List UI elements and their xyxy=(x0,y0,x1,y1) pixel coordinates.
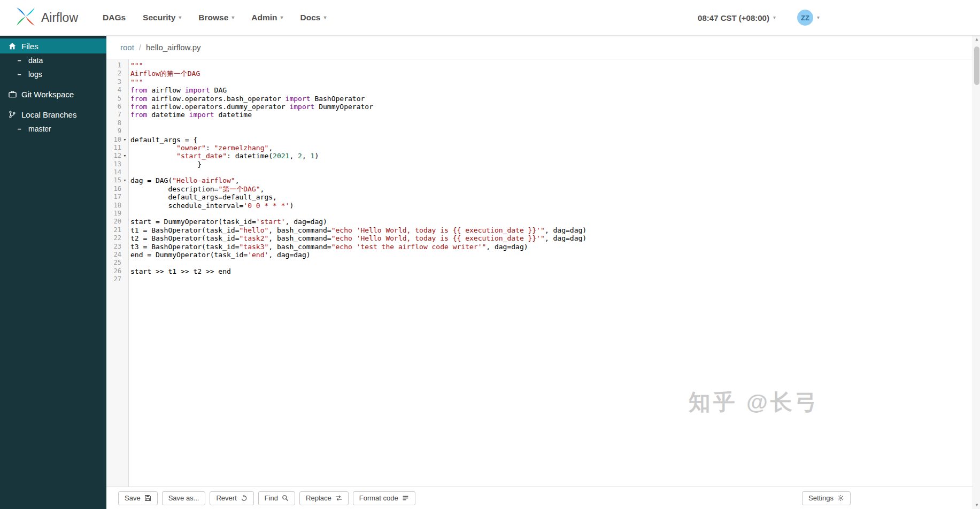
vertical-scrollbar[interactable]: ▲ ▼ xyxy=(973,36,980,509)
nav-item-docs[interactable]: Docs▾ xyxy=(300,13,327,22)
fold-gutter xyxy=(121,61,128,70)
line-number: 9 xyxy=(106,127,121,135)
chevron-down-icon: ▾ xyxy=(773,15,776,20)
code-line-16[interactable]: 16 description="第一个DAG", xyxy=(106,185,973,193)
dash-icon xyxy=(15,72,24,78)
code-line-1[interactable]: 1""" xyxy=(106,61,973,70)
airflow-brand[interactable]: Airflow xyxy=(0,6,78,29)
code-line-4[interactable]: 4from airflow import DAG xyxy=(106,86,973,94)
breadcrumb-root[interactable]: root xyxy=(120,43,134,52)
code-line-3[interactable]: 3""" xyxy=(106,78,973,86)
code-text: """ xyxy=(128,78,143,86)
code-text: from airflow import DAG xyxy=(128,86,227,94)
fold-toggle-icon[interactable]: ▾ xyxy=(121,136,128,144)
code-line-12[interactable]: 12▾ "start_date": datetime(2021, 2, 1) xyxy=(106,152,973,160)
nav-item-label: Docs xyxy=(300,13,321,22)
settings-icon xyxy=(837,495,844,502)
code-text: """ xyxy=(128,61,143,70)
sidebar-item-label: master xyxy=(28,125,51,133)
code-line-7[interactable]: 7from datetime import datetime xyxy=(106,111,973,119)
code-line-17[interactable]: 17 default_args=default_args, xyxy=(106,193,973,201)
format-code-button[interactable]: Format code xyxy=(353,491,415,505)
nav-item-admin[interactable]: Admin▾ xyxy=(251,13,283,22)
save-button[interactable]: Save xyxy=(118,491,158,505)
fold-gutter xyxy=(121,275,128,283)
code-line-9[interactable]: 9 xyxy=(106,127,973,135)
code-line-2[interactable]: 2Airflow的第一个DAG xyxy=(106,70,973,78)
line-number: 4 xyxy=(106,86,121,94)
code-line-15[interactable]: 15▾dag = DAG("Hello-airflow", xyxy=(106,176,973,184)
code-line-11[interactable]: 11 "owner": "zermelzhang", xyxy=(106,144,973,152)
find-button[interactable]: Find xyxy=(258,491,295,505)
code-text: start >> t1 >> t2 >> end xyxy=(128,267,231,275)
scrollbar-thumb[interactable] xyxy=(974,47,979,85)
line-number: 23 xyxy=(106,243,121,251)
code-line-23[interactable]: 23t3 = BashOperator(task_id="task3", bas… xyxy=(106,243,973,251)
fold-gutter xyxy=(121,251,128,259)
code-editor[interactable]: 1"""2Airflow的第一个DAG3"""4from airflow imp… xyxy=(106,59,973,487)
clock-label: 08:47 CST (+08:00) xyxy=(698,13,769,22)
nav-item-browse[interactable]: Browse▾ xyxy=(198,13,234,22)
fold-gutter xyxy=(121,234,128,242)
code-line-21[interactable]: 21t1 = BashOperator(task_id="hello", bas… xyxy=(106,226,973,234)
scroll-down-icon[interactable]: ▼ xyxy=(973,502,980,509)
code-text: default_args=default_args, xyxy=(128,193,277,201)
code-text xyxy=(128,210,130,218)
code-text xyxy=(128,259,130,267)
sidebar-item-git-workspace[interactable]: Git Workspace xyxy=(0,87,106,102)
chevron-down-icon: ▾ xyxy=(281,15,283,20)
fold-toggle-icon[interactable]: ▾ xyxy=(121,152,128,160)
revert-button[interactable]: Revert xyxy=(210,491,253,505)
nav-item-dags[interactable]: DAGs xyxy=(103,13,126,22)
code-text: default_args = { xyxy=(128,136,197,144)
sidebar-item-label: Git Workspace xyxy=(21,90,74,99)
code-line-19[interactable]: 19 xyxy=(106,210,973,218)
brand-name: Airflow xyxy=(41,11,78,25)
code-line-22[interactable]: 22t2 = BashOperator(task_id="task2", bas… xyxy=(106,234,973,242)
fold-gutter xyxy=(121,111,128,119)
code-line-20[interactable]: 20start = DummyOperator(task_id='start',… xyxy=(106,218,973,226)
code-text xyxy=(128,119,130,127)
workspace-icon xyxy=(8,90,17,98)
sidebar-item-label: logs xyxy=(28,70,42,79)
breadcrumb-file: hello_airflow.py xyxy=(146,43,201,52)
code-line-8[interactable]: 8 xyxy=(106,119,973,127)
save-as-button[interactable]: Save as... xyxy=(162,491,206,505)
line-number: 24 xyxy=(106,251,121,259)
clock-menu[interactable]: 08:47 CST (+08:00) ▾ xyxy=(698,13,776,22)
code-line-14[interactable]: 14 xyxy=(106,168,973,176)
code-line-6[interactable]: 6from airflow.operators.dummy_operator i… xyxy=(106,103,973,111)
button-label: Save xyxy=(125,494,141,502)
nav-item-label: Browse xyxy=(198,13,228,22)
user-menu[interactable]: ZZ ▾ xyxy=(797,10,820,26)
code-text: t1 = BashOperator(task_id="hello", bash_… xyxy=(128,226,587,234)
line-number: 6 xyxy=(106,103,121,111)
code-line-18[interactable]: 18 schedule_interval='0 0 * * *') xyxy=(106,202,973,210)
line-number: 8 xyxy=(106,119,121,127)
code-line-10[interactable]: 10▾default_args = { xyxy=(106,136,973,144)
code-line-25[interactable]: 25 xyxy=(106,259,973,267)
code-line-26[interactable]: 26start >> t1 >> t2 >> end xyxy=(106,267,973,275)
code-line-24[interactable]: 24end = DummyOperator(task_id='end', dag… xyxy=(106,251,973,259)
code-line-27[interactable]: 27 xyxy=(106,275,973,283)
code-line-13[interactable]: 13 } xyxy=(106,160,973,168)
sidebar-item-files[interactable]: Files xyxy=(0,38,106,53)
format-icon xyxy=(402,495,409,502)
dash-icon xyxy=(15,58,24,64)
sidebar-item-local-branches[interactable]: Local Branches xyxy=(0,107,106,122)
replace-button[interactable]: Replace xyxy=(299,491,349,505)
button-label: Replace xyxy=(306,494,331,502)
app-window: Airflow DAGsSecurity▾Browse▾Admin▾Docs▾ … xyxy=(0,0,980,509)
code-text: end = DummyOperator(task_id='end', dag=d… xyxy=(128,251,311,259)
settings-button[interactable]: Settings xyxy=(802,491,851,505)
nav-item-security[interactable]: Security▾ xyxy=(143,13,181,22)
sidebar-item-master[interactable]: master xyxy=(0,122,106,136)
fold-gutter xyxy=(121,218,128,226)
sidebar-item-logs[interactable]: logs xyxy=(0,67,106,81)
fold-toggle-icon[interactable]: ▾ xyxy=(121,176,128,184)
replace-icon xyxy=(335,495,342,502)
code-text: from airflow.operators.dummy_operator im… xyxy=(128,103,373,111)
code-line-5[interactable]: 5from airflow.operators.bash_operator im… xyxy=(106,95,973,103)
sidebar-item-data[interactable]: data xyxy=(0,53,106,67)
scroll-up-icon[interactable]: ▲ xyxy=(973,36,980,43)
